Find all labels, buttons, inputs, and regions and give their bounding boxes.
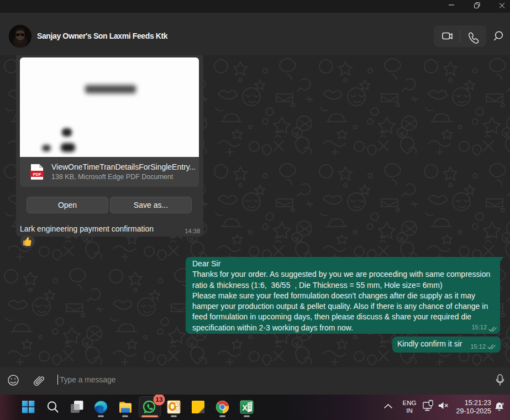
svg-text:ENG: ENG: [403, 400, 417, 406]
svg-text:z: z: [499, 403, 501, 408]
svg-text:13: 13: [156, 396, 163, 403]
svg-text:IN: IN: [406, 407, 413, 414]
svg-text:PDF: PDF: [33, 172, 41, 177]
svg-text:29-10-2025: 29-10-2025: [456, 407, 491, 415]
svg-text:z: z: [502, 401, 504, 406]
svg-text:X: X: [242, 403, 248, 412]
svg-text:15:21:23: 15:21:23: [465, 399, 491, 407]
